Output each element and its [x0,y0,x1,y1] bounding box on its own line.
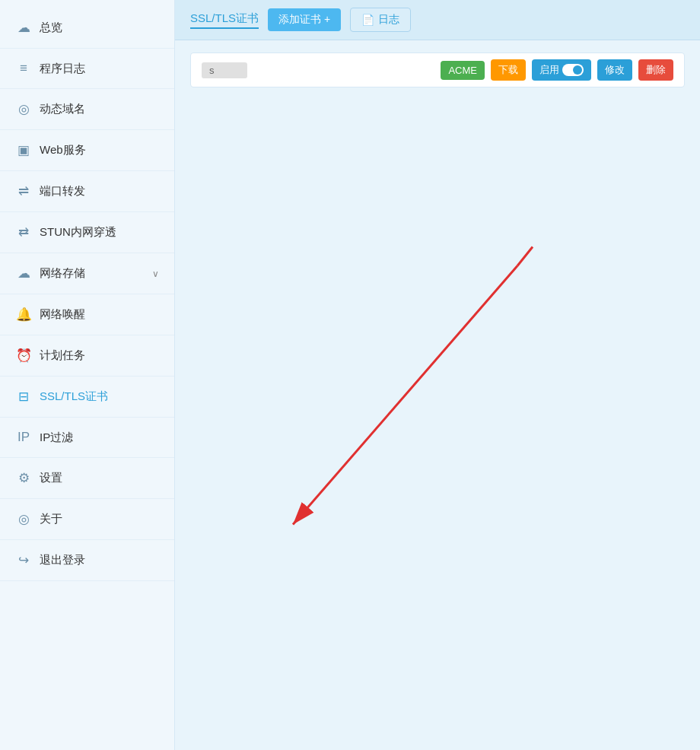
content-area: s ACME 下载 启用 修改 删除 [175,40,700,750]
ssl-tls-icon: ⊟ [15,389,32,405]
cert-actions: ACME 下载 启用 修改 删除 [441,59,673,81]
download-button[interactable]: 下载 [491,59,526,81]
ip-filter-icon: IP [15,430,32,445]
log-button[interactable]: 📄 日志 [350,8,411,32]
sidebar-label-net-storage: 网络存储 [40,266,85,281]
sidebar-label-about: 关于 [40,512,62,526]
sidebar-item-stun[interactable]: ⇄STUN内网穿透 [0,212,174,253]
sidebar-label-overview: 总览 [40,21,62,35]
sidebar-item-port-forward[interactable]: ⇌端口转发 [0,171,174,212]
cert-row: s ACME 下载 启用 修改 删除 [190,52,685,87]
web-service-icon: ▣ [15,142,32,158]
sidebar-label-web-service: Web服务 [40,143,86,157]
overview-icon: ☁ [15,20,32,36]
svg-line-2 [517,247,533,266]
sidebar-label-wake-on-lan: 网络唤醒 [40,307,85,322]
sidebar: ☁总览≡程序日志◎动态域名▣Web服务⇌端口转发⇄STUN内网穿透☁网络存储∨🔔… [0,0,175,750]
main-content: SSL/TLS证书 添加证书 + 📄 日志 s ACME 下载 启用 修改 删除 [175,0,700,750]
sidebar-item-logout[interactable]: ↪退出登录 [0,540,174,581]
ddns-icon: ◎ [15,101,32,117]
add-cert-button[interactable]: 添加证书 + [268,8,341,31]
sidebar-item-ddns[interactable]: ◎动态域名 [0,89,174,130]
sidebar-item-app-log[interactable]: ≡程序日志 [0,49,174,89]
about-icon: ◎ [15,511,32,527]
sidebar-label-settings: 设置 [40,471,62,485]
svg-line-1 [293,266,517,525]
modify-button[interactable]: 修改 [597,59,632,81]
sidebar-item-overview[interactable]: ☁总览 [0,8,174,49]
cert-name: s [202,62,247,78]
sidebar-item-web-service[interactable]: ▣Web服务 [0,130,174,171]
sidebar-label-stun: STUN内网穿透 [40,225,116,240]
log-icon: 📄 [361,14,374,26]
sidebar-label-ssl-tls: SSL/TLS证书 [40,389,108,404]
chevron-down-icon: ∨ [152,269,159,279]
app-log-icon: ≡ [15,61,32,76]
sidebar-label-ddns: 动态域名 [40,102,85,116]
sidebar-item-ip-filter[interactable]: IPIP过滤 [0,418,174,458]
scheduled-task-icon: ⏰ [15,348,32,364]
sidebar-item-settings[interactable]: ⚙设置 [0,458,174,499]
sidebar-item-about[interactable]: ◎关于 [0,499,174,540]
delete-button[interactable]: 删除 [638,59,673,81]
net-storage-icon: ☁ [15,265,32,281]
sidebar-label-logout: 退出登录 [40,553,85,567]
tab-ssl-tls[interactable]: SSL/TLS证书 [190,11,259,29]
sidebar-item-scheduled-task[interactable]: ⏰计划任务 [0,335,174,377]
acme-button[interactable]: ACME [441,61,485,80]
settings-icon: ⚙ [15,470,32,486]
port-forward-icon: ⇌ [15,183,32,199]
topbar: SSL/TLS证书 添加证书 + 📄 日志 [175,0,700,40]
sidebar-label-ip-filter: IP过滤 [40,431,73,445]
sidebar-label-app-log: 程序日志 [40,62,85,76]
logout-icon: ↪ [15,552,32,568]
sidebar-label-scheduled-task: 计划任务 [40,348,85,363]
enable-button[interactable]: 启用 [532,59,591,81]
sidebar-label-port-forward: 端口转发 [40,184,85,199]
toggle-on-icon [562,64,584,76]
sidebar-item-wake-on-lan[interactable]: 🔔网络唤醒 [0,294,174,335]
annotation-arrow [175,40,700,750]
sidebar-item-net-storage[interactable]: ☁网络存储∨ [0,253,174,294]
stun-icon: ⇄ [15,224,32,240]
sidebar-item-ssl-tls[interactable]: ⊟SSL/TLS证书 [0,377,174,418]
wake-on-lan-icon: 🔔 [15,307,32,323]
